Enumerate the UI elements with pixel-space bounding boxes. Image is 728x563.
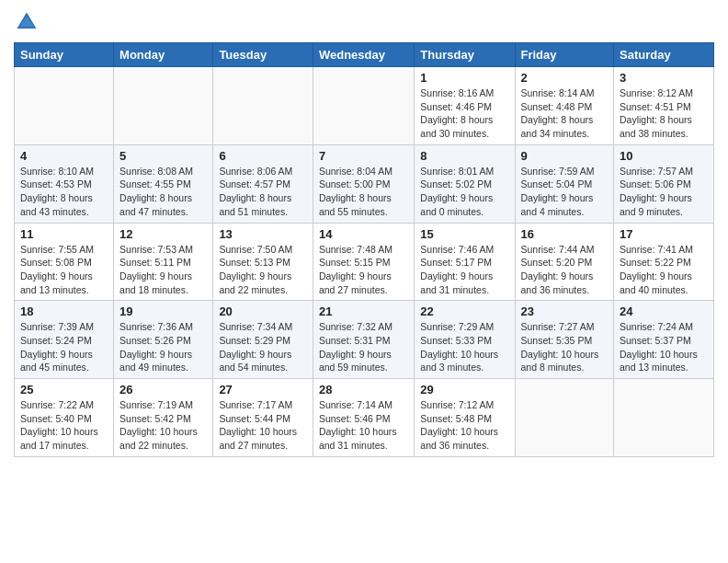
day-info: Sunrise: 7:48 AM Sunset: 5:15 PM Dayligh… — [319, 243, 408, 297]
day-info: Sunrise: 7:34 AM Sunset: 5:29 PM Dayligh… — [219, 320, 307, 374]
day-cell-1: 1Sunrise: 8:16 AM Sunset: 4:46 PM Daylig… — [415, 67, 515, 145]
day-number: 2 — [521, 71, 609, 85]
day-info: Sunrise: 7:36 AM Sunset: 5:26 PM Dayligh… — [119, 320, 207, 374]
day-info: Sunrise: 8:10 AM Sunset: 4:53 PM Dayligh… — [20, 165, 108, 219]
day-info: Sunrise: 8:16 AM Sunset: 4:46 PM Dayligh… — [420, 86, 508, 141]
day-number: 17 — [620, 227, 708, 241]
day-cell-20: 20Sunrise: 7:34 AM Sunset: 5:29 PM Dayli… — [213, 301, 313, 379]
day-info: Sunrise: 7:39 AM Sunset: 5:24 PM Dayligh… — [20, 320, 108, 374]
day-info: Sunrise: 7:55 AM Sunset: 5:08 PM Dayligh… — [20, 243, 108, 297]
weekday-header-friday: Friday — [515, 43, 614, 67]
day-number: 3 — [620, 71, 708, 85]
day-cell-17: 17Sunrise: 7:41 AM Sunset: 5:22 PM Dayli… — [614, 223, 714, 301]
weekday-header-monday: Monday — [114, 43, 213, 67]
day-number: 7 — [319, 149, 408, 163]
logo — [14, 9, 41, 35]
day-number: 15 — [420, 227, 508, 241]
day-cell-11: 11Sunrise: 7:55 AM Sunset: 5:08 PM Dayli… — [15, 223, 114, 301]
day-number: 16 — [521, 227, 609, 241]
week-row-4: 25Sunrise: 7:22 AM Sunset: 5:40 PM Dayli… — [15, 379, 714, 457]
day-info: Sunrise: 7:44 AM Sunset: 5:20 PM Dayligh… — [521, 243, 609, 297]
day-info: Sunrise: 7:22 AM Sunset: 5:40 PM Dayligh… — [20, 398, 108, 453]
day-number: 6 — [219, 149, 307, 163]
week-row-0: 1Sunrise: 8:16 AM Sunset: 4:46 PM Daylig… — [15, 67, 714, 145]
day-number: 18 — [20, 304, 108, 318]
day-cell-24: 24Sunrise: 7:24 AM Sunset: 5:37 PM Dayli… — [614, 301, 714, 379]
day-cell-14: 14Sunrise: 7:48 AM Sunset: 5:15 PM Dayli… — [313, 223, 414, 301]
calendar-table: SundayMondayTuesdayWednesdayThursdayFrid… — [14, 42, 714, 457]
day-number: 14 — [319, 227, 408, 241]
weekday-header-sunday: Sunday — [15, 43, 114, 67]
day-info: Sunrise: 8:06 AM Sunset: 4:57 PM Dayligh… — [219, 165, 307, 219]
day-cell-2: 2Sunrise: 8:14 AM Sunset: 4:48 PM Daylig… — [515, 67, 614, 145]
day-cell-12: 12Sunrise: 7:53 AM Sunset: 5:11 PM Dayli… — [114, 223, 213, 301]
day-cell-8: 8Sunrise: 8:01 AM Sunset: 5:02 PM Daylig… — [415, 144, 515, 223]
week-row-2: 11Sunrise: 7:55 AM Sunset: 5:08 PM Dayli… — [15, 223, 714, 301]
day-number: 28 — [319, 383, 408, 396]
weekday-header-saturday: Saturday — [614, 43, 714, 67]
logo-icon — [14, 9, 40, 35]
day-cell-5: 5Sunrise: 8:08 AM Sunset: 4:55 PM Daylig… — [114, 144, 213, 223]
empty-cell — [515, 379, 614, 457]
day-number: 26 — [119, 383, 207, 396]
day-cell-10: 10Sunrise: 7:57 AM Sunset: 5:06 PM Dayli… — [614, 144, 714, 223]
day-info: Sunrise: 7:57 AM Sunset: 5:06 PM Dayligh… — [620, 165, 708, 219]
day-cell-19: 19Sunrise: 7:36 AM Sunset: 5:26 PM Dayli… — [114, 301, 213, 379]
day-info: Sunrise: 7:59 AM Sunset: 5:04 PM Dayligh… — [521, 165, 609, 219]
day-number: 24 — [620, 304, 708, 318]
week-row-1: 4Sunrise: 8:10 AM Sunset: 4:53 PM Daylig… — [15, 144, 714, 223]
day-number: 10 — [620, 149, 708, 163]
day-info: Sunrise: 7:50 AM Sunset: 5:13 PM Dayligh… — [219, 243, 307, 297]
day-cell-18: 18Sunrise: 7:39 AM Sunset: 5:24 PM Dayli… — [15, 301, 114, 379]
day-cell-29: 29Sunrise: 7:12 AM Sunset: 5:48 PM Dayli… — [415, 379, 515, 457]
day-number: 4 — [20, 149, 108, 163]
day-number: 22 — [420, 304, 508, 318]
day-number: 5 — [119, 149, 207, 163]
day-number: 27 — [219, 383, 307, 396]
day-info: Sunrise: 7:29 AM Sunset: 5:33 PM Dayligh… — [420, 320, 508, 374]
empty-cell — [614, 379, 714, 457]
day-number: 23 — [521, 304, 609, 318]
day-cell-4: 4Sunrise: 8:10 AM Sunset: 4:53 PM Daylig… — [15, 144, 114, 223]
weekday-header-row: SundayMondayTuesdayWednesdayThursdayFrid… — [15, 43, 714, 67]
day-cell-25: 25Sunrise: 7:22 AM Sunset: 5:40 PM Dayli… — [15, 379, 114, 457]
day-info: Sunrise: 7:53 AM Sunset: 5:11 PM Dayligh… — [119, 243, 207, 297]
weekday-header-wednesday: Wednesday — [313, 43, 414, 67]
day-number: 11 — [20, 227, 108, 241]
day-info: Sunrise: 7:17 AM Sunset: 5:44 PM Dayligh… — [219, 398, 307, 453]
day-cell-6: 6Sunrise: 8:06 AM Sunset: 4:57 PM Daylig… — [213, 144, 313, 223]
empty-cell — [114, 67, 213, 145]
day-info: Sunrise: 8:04 AM Sunset: 5:00 PM Dayligh… — [319, 165, 408, 219]
day-info: Sunrise: 7:14 AM Sunset: 5:46 PM Dayligh… — [319, 398, 408, 453]
day-info: Sunrise: 8:01 AM Sunset: 5:02 PM Dayligh… — [420, 165, 508, 219]
day-info: Sunrise: 7:12 AM Sunset: 5:48 PM Dayligh… — [420, 398, 508, 453]
day-info: Sunrise: 7:46 AM Sunset: 5:17 PM Dayligh… — [420, 243, 508, 297]
day-cell-3: 3Sunrise: 8:12 AM Sunset: 4:51 PM Daylig… — [614, 67, 714, 145]
weekday-header-thursday: Thursday — [415, 43, 515, 67]
day-number: 25 — [20, 383, 108, 396]
day-cell-27: 27Sunrise: 7:17 AM Sunset: 5:44 PM Dayli… — [213, 379, 313, 457]
day-info: Sunrise: 7:41 AM Sunset: 5:22 PM Dayligh… — [620, 243, 708, 297]
day-cell-26: 26Sunrise: 7:19 AM Sunset: 5:42 PM Dayli… — [114, 379, 213, 457]
day-info: Sunrise: 7:24 AM Sunset: 5:37 PM Dayligh… — [620, 320, 708, 374]
day-cell-15: 15Sunrise: 7:46 AM Sunset: 5:17 PM Dayli… — [415, 223, 515, 301]
day-cell-28: 28Sunrise: 7:14 AM Sunset: 5:46 PM Dayli… — [313, 379, 414, 457]
day-number: 19 — [119, 304, 207, 318]
day-cell-16: 16Sunrise: 7:44 AM Sunset: 5:20 PM Dayli… — [515, 223, 614, 301]
page: SundayMondayTuesdayWednesdayThursdayFrid… — [0, 0, 728, 563]
day-number: 12 — [119, 227, 207, 241]
day-info: Sunrise: 7:27 AM Sunset: 5:35 PM Dayligh… — [521, 320, 609, 374]
day-number: 20 — [219, 304, 307, 318]
day-cell-23: 23Sunrise: 7:27 AM Sunset: 5:35 PM Dayli… — [515, 301, 614, 379]
day-number: 29 — [420, 383, 508, 396]
day-number: 9 — [521, 149, 609, 163]
empty-cell — [15, 67, 114, 145]
day-cell-9: 9Sunrise: 7:59 AM Sunset: 5:04 PM Daylig… — [515, 144, 614, 223]
day-cell-21: 21Sunrise: 7:32 AM Sunset: 5:31 PM Dayli… — [313, 301, 414, 379]
day-info: Sunrise: 7:32 AM Sunset: 5:31 PM Dayligh… — [319, 320, 408, 374]
header — [14, 9, 714, 35]
day-cell-22: 22Sunrise: 7:29 AM Sunset: 5:33 PM Dayli… — [415, 301, 515, 379]
day-cell-13: 13Sunrise: 7:50 AM Sunset: 5:13 PM Dayli… — [213, 223, 313, 301]
day-number: 1 — [420, 71, 508, 85]
day-number: 21 — [319, 304, 408, 318]
